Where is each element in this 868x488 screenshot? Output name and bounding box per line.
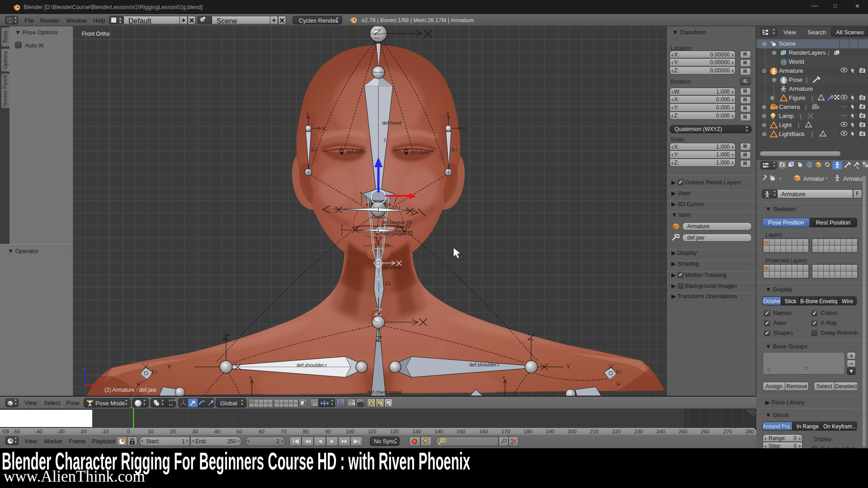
svg-text:def.shoulder.l: def.shoulder.l [469, 362, 499, 367]
svg-text:.10: .10 [382, 243, 389, 248]
svg-text:.9.r: .9.r [310, 147, 317, 152]
svg-text:Armatur: Armatur [843, 175, 864, 182]
svg-text:.13: .13 [383, 281, 390, 286]
svg-text:def.eye.l: def.eye.l [410, 149, 429, 155]
svg-text:def.shoulder.r: def.shoulder.r [297, 362, 327, 368]
svg-text:.12.l: .12.l [391, 205, 400, 211]
svg-text:def.neck: def.neck [382, 265, 401, 270]
svg-text:.5.l: .5.l [615, 369, 622, 374]
svg-text:(2) Armature : def.jaw: (2) Armature : def.jaw [104, 387, 156, 393]
svg-text:Y: Y [566, 364, 570, 370]
svg-text:x: x [250, 375, 252, 380]
svg-text:def.tongue.01: def.tongue.01 [383, 231, 413, 236]
svg-text:z: z [83, 367, 85, 372]
svg-text:x: x [503, 375, 505, 380]
svg-text:def.eye.r: def.eye.r [346, 149, 366, 155]
svg-text:x: x [98, 380, 100, 385]
svg-text:x: x [360, 191, 362, 195]
svg-text:.9.l: .9.l [450, 147, 457, 152]
svg-text:Armatur: Armatur [803, 175, 825, 182]
svg-text:Y: Y [167, 364, 171, 370]
svg-text:y: y [307, 111, 309, 116]
svg-text:Front Ortho: Front Ortho [82, 31, 110, 37]
svg-text:.5.r: .5.r [150, 369, 157, 375]
svg-text:def.jaw: def.jaw [378, 225, 394, 230]
svg-text:y: y [447, 111, 449, 116]
svg-text:def.head: def.head [382, 120, 401, 126]
svg-text:def.chest.upper: def.chest.upper [367, 389, 401, 395]
svg-text:.7: .7 [382, 138, 386, 143]
